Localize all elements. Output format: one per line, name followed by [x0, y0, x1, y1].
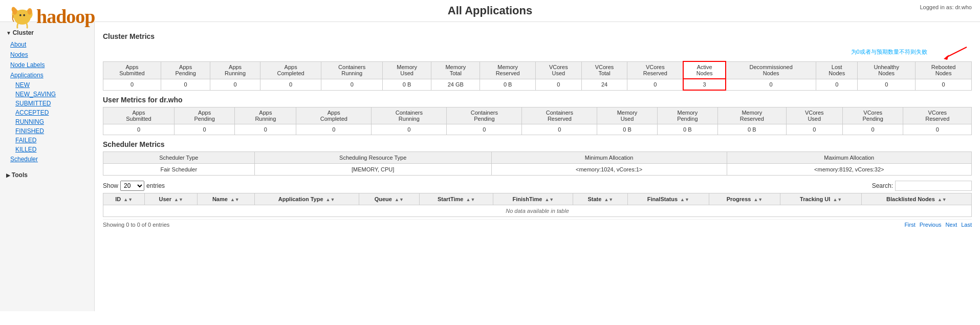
no-data-row: No data available in table [103, 205, 972, 217]
hadoop-text: hadoop [36, 5, 95, 28]
svg-point-6 [28, 8, 32, 15]
table-footer: Showing 0 to 0 of 0 entries First Previo… [103, 219, 972, 230]
sm-val-3: <memory:8192, vCores:32> [727, 164, 971, 176]
search-input[interactable] [895, 181, 972, 191]
entries-label: entries [146, 182, 165, 189]
show-entries-select[interactable]: 20 10 50 100 [120, 181, 144, 191]
cm-header-memory-total: MemoryTotal [431, 61, 480, 79]
sidebar-item-node-labels[interactable]: Node Labels [0, 60, 94, 70]
sm-header-1: Scheduling Resource Type [254, 152, 491, 164]
pagination-links: First Previous Next Last [904, 222, 972, 228]
sidebar-item-new-saving[interactable]: NEW_SAVING [0, 90, 94, 99]
dt-header-id: ID ▲▼ [103, 193, 145, 205]
dt-header-queue-label: Queue [375, 196, 392, 202]
um-val-2: 0 [235, 124, 296, 135]
sm-val-2: <memory:1024, vCores:1> [491, 164, 727, 176]
sm-header-0: Scheduler Type [103, 152, 255, 164]
show-entries-control: Show 20 10 50 100 entries [103, 181, 165, 191]
um-header-6: ContainersReserved [522, 107, 597, 124]
um-val-6: 0 [522, 124, 597, 135]
cm-header-rebooted-nodes: RebootedNodes [916, 61, 972, 79]
um-val-5: 0 [447, 124, 522, 135]
sort-arrows-final-status[interactable]: ▲▼ [680, 197, 689, 202]
sidebar-item-scheduler[interactable]: Scheduler [0, 154, 94, 164]
sort-arrows-progress[interactable]: ▲▼ [753, 197, 763, 202]
um-val-1: 0 [174, 124, 235, 135]
sort-arrows-id[interactable]: ▲▼ [123, 197, 133, 202]
sort-arrows-name[interactable]: ▲▼ [230, 197, 239, 202]
cm-header-memory-reserved: MemoryReserved [480, 61, 536, 79]
sort-arrows-blacklisted-nodes[interactable]: ▲▼ [938, 197, 947, 202]
sidebar-item-running[interactable]: RUNNING [0, 117, 94, 126]
cluster-metrics-table: AppsSubmitted AppsPending AppsRunning Ap… [103, 61, 972, 91]
dt-header-tracking-ui-label: Tracking UI [800, 196, 830, 202]
um-val-9: 0 B [718, 124, 786, 135]
pagination-first[interactable]: First [904, 222, 915, 228]
cm-header-active-nodes: ActiveNodes [683, 61, 726, 79]
sidebar-item-submitted[interactable]: SUBMITTED [0, 99, 94, 108]
cm-header-lost-nodes: LostNodes [816, 61, 858, 79]
dt-header-state: State ▲▼ [573, 193, 628, 205]
sidebar-item-new[interactable]: NEW [0, 80, 94, 90]
pagination-previous[interactable]: Previous [920, 222, 942, 228]
cm-val-lost-nodes: 0 [816, 79, 858, 90]
cm-val-apps-pending: 0 [161, 79, 210, 90]
sort-arrows-start-time[interactable]: ▲▼ [466, 197, 475, 202]
tools-section-header[interactable]: Tools [0, 168, 94, 182]
hadoop-logo: hadoop [8, 2, 95, 30]
sidebar-item-finished[interactable]: FINISHED [0, 126, 94, 136]
um-val-7: 0 B [597, 124, 657, 135]
dt-header-queue: Queue ▲▼ [359, 193, 419, 205]
scheduler-metrics-table: Scheduler Type Scheduling Resource Type … [103, 151, 972, 176]
sort-arrows-finish-time[interactable]: ▲▼ [545, 197, 554, 202]
sidebar-item-about[interactable]: About [0, 39, 94, 50]
pagination-last[interactable]: Last [961, 222, 972, 228]
um-header-0: AppsSubmitted [103, 107, 175, 124]
elephant-icon [8, 2, 36, 30]
cm-header-memory-used: MemoryUsed [382, 61, 431, 79]
um-header-2: AppsRunning [235, 107, 296, 124]
cluster-metrics-title: Cluster Metrics [103, 32, 972, 40]
logged-in-label: Logged in as: dr.who [920, 4, 972, 10]
sort-arrows-queue[interactable]: ▲▼ [395, 197, 404, 202]
dt-header-user-label: User [159, 196, 171, 202]
dt-header-state-label: State [587, 196, 601, 202]
dt-header-blacklisted-nodes: Blacklisted Nodes ▲▼ [861, 193, 971, 205]
dt-header-progress: Progress ▲▼ [709, 193, 780, 205]
sort-arrows-user[interactable]: ▲▼ [174, 197, 183, 202]
sidebar-item-killed[interactable]: KILLED [0, 145, 94, 154]
sidebar-item-accepted[interactable]: ACCEPTED [0, 108, 94, 117]
pagination-next[interactable]: Next [946, 222, 957, 228]
dt-header-final-status: FinalStatus ▲▼ [628, 193, 709, 205]
sort-arrows-app-type[interactable]: ▲▼ [326, 197, 335, 202]
sidebar-item-applications[interactable]: Applications [0, 70, 94, 80]
um-val-12: 0 [903, 124, 972, 135]
um-header-1: AppsPending [174, 107, 235, 124]
um-header-8: MemoryPending [657, 107, 718, 124]
cm-val-vcores-used: 0 [535, 79, 581, 90]
logo-area: hadoop [8, 2, 95, 30]
annotation-arrow [931, 45, 972, 60]
applications-table: ID ▲▼ User ▲▼ Name ▲▼ Application Type ▲… [103, 193, 972, 217]
sm-header-3: Maximum Allocation [727, 152, 971, 164]
sort-arrows-tracking-ui[interactable]: ▲▼ [833, 197, 842, 202]
um-header-11: VCoresPending [842, 107, 903, 124]
cm-val-unhealthy-nodes: 0 [858, 79, 916, 90]
cm-val-vcores-total: 24 [581, 79, 627, 90]
content-area: Cluster Metrics 为0或者与预期数量不符则失败 AppsSubmi… [95, 22, 980, 311]
cm-header-unhealthy-nodes: UnhealthyNodes [858, 61, 916, 79]
um-header-9: MemoryReserved [718, 107, 786, 124]
sidebar-item-failed[interactable]: FAILED [0, 136, 94, 145]
cm-val-containers-running: 0 [321, 79, 383, 90]
dt-header-name-label: Name [212, 196, 228, 202]
um-header-12: VCoresReserved [903, 107, 972, 124]
sm-header-2: Minimum Allocation [491, 152, 727, 164]
um-val-3: 0 [296, 124, 372, 135]
dt-header-finish-time-label: FinishTime [513, 196, 542, 202]
sidebar-item-nodes[interactable]: Nodes [0, 50, 94, 60]
search-label: Search: [872, 182, 893, 189]
svg-marker-8 [944, 55, 949, 60]
um-header-4: ContainersRunning [372, 107, 447, 124]
sort-arrows-state[interactable]: ▲▼ [604, 197, 613, 202]
cm-header-vcores-used: VCoresUsed [535, 61, 581, 79]
